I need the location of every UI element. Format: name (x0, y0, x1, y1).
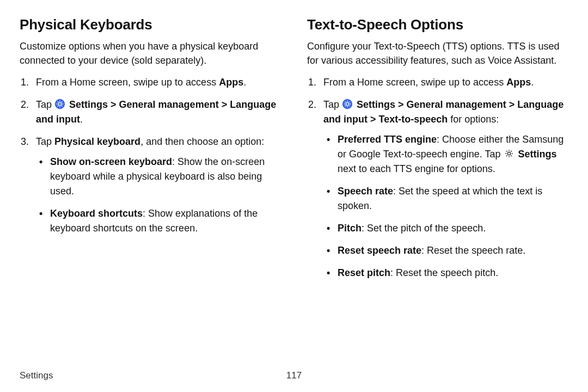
two-column-layout: Physical Keyboards Customize options whe… (20, 16, 568, 288)
tts-option-4-text: : Reset the speech rate. (421, 245, 525, 256)
settings-gear-outline-icon (504, 148, 514, 159)
apps-label: Apps (506, 77, 531, 88)
tts-step-2-post: for options: (448, 114, 499, 125)
general-management-label: General management (119, 99, 219, 110)
tts-options-heading: Text-to-Speech Options (307, 16, 568, 33)
reset-pitch-label: Reset pitch (338, 267, 390, 278)
tts-options-steps: From a Home screen, swipe up to access A… (307, 75, 568, 280)
general-management-label: General management (407, 99, 506, 110)
preferred-tts-engine-label: Preferred TTS engine (338, 134, 437, 145)
tts-step-2: Tap Settings > General management > Lang… (307, 97, 568, 280)
page-footer: Settings 117 (20, 370, 568, 381)
svg-line-25 (506, 151, 507, 152)
tts-option-5-text: : Reset the speech pitch. (390, 267, 498, 278)
pk-step-2: Tap Settings > General management > Lang… (20, 97, 281, 127)
pk-step-2-post: . (80, 114, 83, 125)
sep: > (367, 114, 379, 125)
tts-option-5: Reset pitch: Reset the speech pitch. (323, 266, 568, 280)
pk-step-3-post: , and then choose an option: (140, 136, 264, 147)
tts-option-2: Speech rate: Set the speed at which the … (323, 184, 568, 213)
settings-gear-icon (342, 99, 353, 109)
footer-page-number: 117 (286, 370, 302, 381)
physical-keyboards-steps: From a Home screen, swipe up to access A… (20, 75, 281, 236)
pk-option-1: Show on-screen keyboard: Show the on-scr… (36, 155, 281, 199)
footer-section-label: Settings (20, 370, 53, 381)
tts-step-1: From a Home screen, swipe up to access A… (307, 75, 568, 90)
pk-step-3-pre: Tap (36, 136, 54, 147)
pk-step-2-pre: Tap (36, 99, 54, 110)
pk-step-1: From a Home screen, swipe up to access A… (20, 75, 281, 90)
settings-label: Settings (66, 99, 108, 110)
sep: > (219, 99, 230, 110)
tts-option-4: Reset speech rate: Reset the speech rate… (323, 243, 568, 258)
physical-keyboards-section: Physical Keyboards Customize options whe… (20, 16, 281, 288)
sep: > (395, 99, 407, 110)
sep: > (108, 99, 119, 110)
pk-step-1-pre: From a Home screen, swipe up to access (36, 77, 219, 88)
tts-option-1-text-b: next to each TTS engine for options. (338, 163, 495, 174)
tts-option-1: Preferred TTS engine: Choose either the … (323, 132, 568, 176)
tts-step-2-pre: Tap (323, 99, 342, 110)
settings-gear-icon (54, 99, 65, 109)
svg-line-26 (511, 155, 512, 156)
pk-step-3: Tap Physical keyboard, and then choose a… (20, 134, 281, 236)
pitch-label: Pitch (338, 223, 362, 234)
svg-line-28 (511, 151, 512, 152)
tts-options-section: Text-to-Speech Options Configure your Te… (307, 16, 568, 288)
tts-option-3: Pitch: Set the pitch of the speech. (323, 221, 568, 236)
speech-rate-label: Speech rate (338, 186, 393, 197)
pk-option-2: Keyboard shortcuts: Show explanations of… (36, 206, 281, 236)
tts-step-1-pre: From a Home screen, swipe up to access (323, 77, 506, 88)
settings-label: Settings (516, 149, 557, 160)
tts-step-1-post: . (531, 77, 534, 88)
tts-options-intro: Configure your Text-to-Speech (TTS) opti… (307, 40, 568, 68)
physical-keyboard-label: Physical keyboard (54, 136, 140, 147)
pk-options-list: Show on-screen keyboard: Show the on-scr… (36, 155, 281, 236)
pk-step-1-post: . (243, 77, 246, 88)
sep: > (506, 99, 518, 110)
tts-options-list: Preferred TTS engine: Choose either the … (323, 132, 568, 280)
settings-label: Settings (354, 99, 395, 110)
show-onscreen-keyboard-label: Show on-screen keyboard (50, 156, 172, 167)
keyboard-shortcuts-label: Keyboard shortcuts (50, 208, 143, 219)
svg-line-27 (506, 155, 507, 156)
text-to-speech-label: Text-to-speech (379, 114, 448, 125)
tts-option-3-text: : Set the pitch of the speech. (362, 223, 486, 234)
reset-speech-rate-label: Reset speech rate (338, 245, 421, 256)
physical-keyboards-heading: Physical Keyboards (20, 16, 281, 33)
apps-label: Apps (219, 77, 243, 88)
svg-point-10 (342, 99, 352, 109)
svg-point-0 (55, 99, 65, 109)
svg-point-20 (507, 152, 510, 155)
physical-keyboards-intro: Customize options when you have a physic… (20, 40, 281, 68)
